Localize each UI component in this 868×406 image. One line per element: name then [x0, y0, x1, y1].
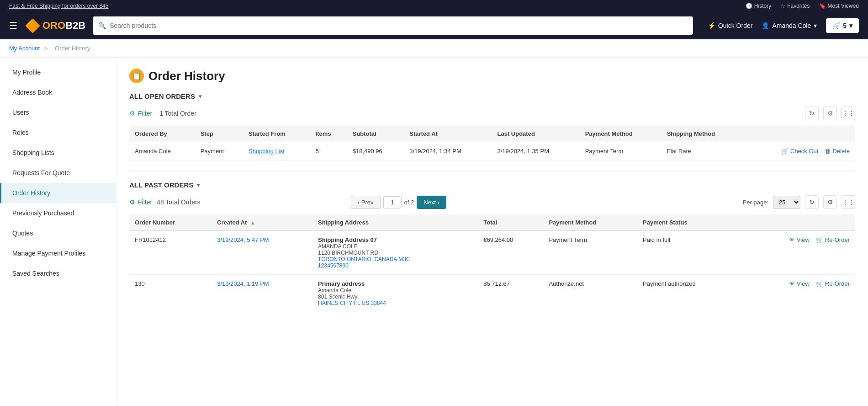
past-order-row-2: 130 3/19/2024, 1:19 PM Primary address A… [129, 275, 855, 312]
logo-text: OROB2B [42, 20, 85, 32]
most-viewed-link[interactable]: 🔖 Most Viewed [819, 3, 859, 9]
view-order-1-button[interactable]: 👁 View [789, 236, 810, 243]
past-order-shipping-1: Shipping Address 07 AMANDA COLE 1120 BIR… [312, 231, 478, 275]
view-order-2-button[interactable]: 👁 View [789, 280, 810, 287]
past-orders-filter-button[interactable]: ⚙ Filter [129, 198, 152, 206]
eye-icon-2: 👁 [789, 280, 795, 287]
next-page-button[interactable]: Next › [417, 196, 446, 209]
sidebar-item-address-book[interactable]: Address Book [0, 82, 116, 102]
open-orders-title: ALL OPEN ORDERS [129, 92, 195, 100]
checkout-button[interactable]: 🛒 Check Out [781, 148, 818, 155]
open-order-subtotal: $18,490.96 [347, 142, 404, 160]
refresh-past-orders-button[interactable]: ↻ [805, 195, 819, 209]
reorder-1-button[interactable]: 🛒 Re-Order [816, 236, 850, 243]
cart-chevron-icon: ▾ [849, 22, 852, 29]
favorites-link[interactable]: ☆ Favorites [780, 3, 810, 9]
promo-text[interactable]: Fast & Free Shipping for orders over $45 [9, 3, 108, 9]
open-order-payment-method: Payment Term [580, 142, 662, 160]
order-history-icon: 📋 [129, 69, 144, 83]
col-payment-method: Payment Method [580, 126, 662, 142]
shopping-list-link[interactable]: Shopping List [249, 148, 285, 155]
star-icon: ☆ [780, 3, 785, 9]
past-order-created-at-1: 3/19/2024, 5:47 PM [212, 231, 312, 275]
columns-past-orders-button[interactable]: ⋮⋮ [842, 195, 855, 209]
sidebar-item-my-profile[interactable]: My Profile [0, 62, 116, 82]
breadcrumb: My Account > Order History [0, 39, 868, 58]
past-orders-section-header[interactable]: ALL PAST ORDERS ▾ [129, 181, 855, 189]
past-order-number-1: FR1012412 [129, 231, 212, 275]
open-orders-table: Ordered By Step Started From Items Subto… [129, 126, 855, 160]
user-icon: 👤 [762, 22, 769, 29]
past-order-number-2: 130 [129, 275, 212, 312]
sidebar-item-requests-for-quote[interactable]: Requests For Quote [0, 163, 116, 183]
delete-order-button[interactable]: 🗑 Delete [825, 148, 850, 155]
settings-open-orders-button[interactable]: ⚙ [823, 107, 837, 120]
sidebar-item-order-history[interactable]: Order History [0, 183, 116, 203]
sidebar-item-manage-payment-profiles[interactable]: Manage Payment Profiles [0, 243, 116, 263]
sidebar-item-saved-searches[interactable]: Saved Searches [0, 263, 116, 283]
sidebar-item-quotes[interactable]: Quotes [0, 223, 116, 243]
past-order-actions-2: 👁 View 🛒 Re-Order [740, 275, 855, 312]
open-order-last-updated: 3/19/2024, 1:35 PM [492, 142, 579, 160]
col-created-at[interactable]: Created At ▲ [212, 214, 312, 231]
open-orders-total: 1 Total Order [159, 110, 196, 117]
past-order-shipping-2: Primary address Amanda Cole 801 Scenic H… [312, 275, 478, 312]
cart-icon: 🛒 [832, 22, 840, 29]
past-order-created-at-2: 3/19/2024, 1:19 PM [212, 275, 312, 312]
cart-button[interactable]: 🛒 5 ▾ [826, 18, 859, 33]
sidebar-item-previously-purchased[interactable]: Previously Purchased [0, 203, 116, 223]
prev-page-button[interactable]: ‹ Prev [351, 196, 381, 209]
open-orders-toolbar-right: ↻ ⚙ ⋮⋮ [805, 107, 855, 120]
col-shipping-address: Shipping Address [312, 214, 478, 231]
col-shipping-method: Shipping Method [662, 126, 744, 142]
col-total: Total [478, 214, 543, 231]
search-icon: 🔍 [98, 22, 106, 29]
col-items: Items [310, 126, 347, 142]
past-order-row-1: FR1012412 3/19/2024, 5:47 PM Shipping Ad… [129, 231, 855, 275]
col-started-from: Started From [243, 126, 310, 142]
sidebar-item-shopping-lists[interactable]: Shopping Lists [0, 143, 116, 163]
past-order-total-1: €69,264.00 [478, 231, 543, 275]
top-bar-right: 🕐 History ☆ Favorites 🔖 Most Viewed [746, 3, 859, 9]
user-menu-button[interactable]: 👤 Amanda Cole ▾ [762, 22, 817, 29]
reorder-2-button[interactable]: 🛒 Re-Order [816, 280, 850, 287]
quick-order-button[interactable]: ⚡ Quick Order [708, 22, 752, 29]
columns-open-orders-button[interactable]: ⋮⋮ [842, 107, 855, 120]
main-content: 📋 Order History ALL OPEN ORDERS ▾ ⚙ Filt… [116, 58, 868, 406]
col-actions-open [744, 126, 855, 142]
past-orders-chevron-icon: ▾ [197, 182, 200, 188]
chevron-down-icon: ▾ [814, 22, 817, 29]
history-link[interactable]: 🕐 History [746, 3, 771, 9]
header: ☰ 🔶 OROB2B 🔍 ⚡ Quick Order 👤 Amanda Cole… [0, 12, 868, 39]
past-orders-title: ALL PAST ORDERS [129, 181, 193, 189]
open-orders-section-header[interactable]: ALL OPEN ORDERS ▾ [129, 92, 855, 100]
bookmark-icon: 🔖 [819, 3, 826, 9]
open-order-started-from: Shopping List [243, 142, 310, 160]
sidebar-item-users[interactable]: Users [0, 102, 116, 123]
lightning-icon: ⚡ [708, 22, 715, 29]
breadcrumb-my-account[interactable]: My Account [9, 45, 40, 52]
open-orders-filter-button[interactable]: ⚙ Filter [129, 110, 152, 117]
refresh-open-orders-button[interactable]: ↻ [805, 107, 819, 120]
sidebar-item-roles[interactable]: Roles [0, 123, 116, 143]
past-order-actions-1: 👁 View 🛒 Re-Order [740, 231, 855, 275]
col-last-updated: Last Updated [492, 126, 579, 142]
open-orders-chevron-icon: ▾ [199, 93, 201, 100]
open-order-items: 5 [310, 142, 347, 160]
search-input[interactable] [110, 22, 688, 29]
page-title: Order History [148, 69, 225, 83]
settings-past-orders-button[interactable]: ⚙ [823, 195, 837, 209]
logo[interactable]: 🔶 OROB2B [25, 18, 85, 33]
cart-reorder-1-icon: 🛒 [816, 236, 823, 243]
logo-icon: 🔶 [25, 18, 41, 33]
col-past-payment-method: Payment Method [543, 214, 637, 231]
page-title-row: 📋 Order History [129, 69, 855, 83]
menu-toggle[interactable]: ☰ [9, 20, 17, 31]
open-order-step: Payment [195, 142, 243, 160]
past-order-payment-method-2: Authorize.net [543, 275, 637, 312]
open-order-row: Amanda Cole Payment Shopping List 5 $18,… [129, 142, 855, 160]
filter-past-icon: ⚙ [129, 198, 135, 206]
page-number-input[interactable] [383, 196, 402, 208]
shipping-address-1: Shipping Address 07 AMANDA COLE 1120 BIR… [318, 236, 472, 269]
per-page-select[interactable]: 25 10 50 100 [773, 196, 800, 209]
